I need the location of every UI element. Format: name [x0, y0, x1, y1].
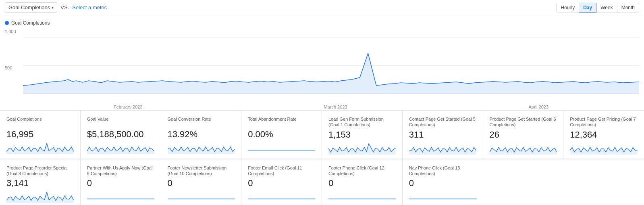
- metric-card[interactable]: Lead Gen Form Submission (Goal 1 Complet…: [322, 111, 403, 159]
- metric-card[interactable]: Goal Conversion Rate13.92%: [161, 111, 242, 159]
- sparkline-container: [168, 191, 235, 203]
- x-label-mar: March 2023: [324, 105, 347, 109]
- sparkline-svg: [6, 191, 74, 203]
- time-button-group: Hourly Day Week Month: [556, 3, 639, 13]
- metric-value: 0.00%: [248, 129, 315, 140]
- metric-name: Product Page Get Started (Goal 6 Complet…: [490, 116, 557, 128]
- metric-value: 0: [87, 178, 154, 188]
- sparkline-svg: [328, 191, 396, 203]
- legend-dot: [5, 21, 9, 25]
- metric-value: 26: [490, 130, 557, 140]
- y-label-500: 500: [5, 65, 16, 70]
- sparkline-svg: [328, 142, 396, 155]
- metric-name: Footer Newsletter Submission (Goal 10 Co…: [168, 165, 235, 177]
- metric-selector-label: Goal Completions: [8, 4, 50, 10]
- time-btn-month[interactable]: Month: [617, 3, 639, 13]
- sparkline-svg: [248, 191, 315, 203]
- metric-selector[interactable]: Goal Completions ▾: [5, 2, 57, 13]
- metric-value: 1,153: [328, 130, 396, 140]
- legend-label: Goal Completions: [11, 20, 50, 26]
- metric-name: Nav Phone Click (Goal 13 Completions): [409, 165, 477, 177]
- metric-card[interactable]: Goal Value$5,188,500.00: [81, 111, 161, 159]
- sparkline-svg: [6, 142, 74, 154]
- metric-value: 16,995: [6, 129, 74, 140]
- sparkline-container: [328, 191, 396, 203]
- metric-value: 0: [248, 178, 315, 188]
- metric-name: Footer Phone Click (Goal 12 Completions): [328, 165, 396, 177]
- metric-name: Footer Email Click (Goal 11 Completions): [248, 165, 315, 177]
- sparkline-svg: [87, 191, 154, 203]
- sparkline-container: [490, 142, 557, 155]
- sparkline-container: [409, 191, 477, 203]
- metric-name: Goal Completions: [6, 116, 74, 128]
- metric-value: 0: [409, 178, 477, 188]
- sparkline-svg: [490, 142, 557, 155]
- sparkline-svg: [409, 142, 476, 155]
- metric-value: 0: [328, 178, 396, 188]
- select-metric-link[interactable]: Select a metric: [72, 4, 107, 10]
- toolbar: Goal Completions ▾ VS. Select a metric H…: [0, 0, 644, 15]
- metric-value: 13.92%: [168, 129, 235, 140]
- sparkline-svg: [87, 142, 154, 154]
- sparkline-container: [6, 191, 74, 203]
- metric-name: Contact Page Get Started (Goal 5 Complet…: [409, 116, 476, 128]
- sparkline-container: [248, 142, 315, 154]
- metric-name: Partner With Us Apply Now (Goal 9 Comple…: [87, 165, 154, 177]
- x-label-feb: February 2023: [114, 105, 143, 109]
- chart-section: Goal Completions 1,000 500 February 2023…: [0, 15, 644, 110]
- metrics-row1: Goal Completions16,995Goal Value$5,188,5…: [0, 110, 644, 159]
- sparkline-svg: [248, 142, 315, 154]
- metric-card[interactable]: Partner With Us Apply Now (Goal 9 Comple…: [81, 159, 161, 205]
- metric-name: Product Page Preorder Special (Goal 8 Co…: [6, 165, 74, 177]
- metric-card[interactable]: Contact Page Get Started (Goal 5 Complet…: [403, 111, 483, 159]
- x-axis: February 2023 March 2023 April 2023: [23, 103, 639, 113]
- toolbar-left: Goal Completions ▾ VS. Select a metric: [5, 2, 107, 13]
- metric-card[interactable]: Footer Newsletter Submission (Goal 10 Co…: [161, 159, 242, 205]
- metric-name: Lead Gen Form Submission (Goal 1 Complet…: [328, 116, 396, 128]
- metric-card[interactable]: Total Abandonment Rate0.00%: [241, 111, 322, 159]
- chart-inner: February 2023 March 2023 April 2023: [23, 29, 639, 110]
- metric-card[interactable]: Footer Phone Click (Goal 12 Completions)…: [322, 159, 403, 205]
- y-axis: 1,000 500: [5, 29, 16, 110]
- sparkline-container: [248, 191, 315, 203]
- y-label-1000: 1,000: [5, 29, 16, 34]
- chart-svg: [23, 29, 639, 102]
- metric-value: 0: [168, 178, 235, 188]
- chart-legend: Goal Completions: [5, 20, 639, 26]
- time-btn-week[interactable]: Week: [596, 3, 617, 13]
- sparkline-svg: [168, 191, 235, 203]
- sparkline-svg: [168, 142, 235, 154]
- metric-value: 12,364: [570, 130, 638, 140]
- sparkline-container: [328, 142, 396, 155]
- metric-card[interactable]: Product Page Get Pricing (Goal 7 Complet…: [563, 111, 644, 159]
- sparkline-container: [168, 142, 235, 154]
- metric-card[interactable]: Goal Completions16,995: [0, 111, 81, 159]
- metric-value: $5,188,500.00: [87, 129, 154, 140]
- vs-label: VS.: [60, 4, 69, 10]
- sparkline-container: [6, 142, 74, 154]
- time-btn-hourly[interactable]: Hourly: [556, 3, 579, 13]
- metric-value: 311: [409, 130, 476, 140]
- sparkline-container: [87, 142, 154, 154]
- metric-name: Goal Value: [87, 116, 154, 128]
- chart-container: 1,000 500 February 2023 March 2023 April…: [5, 29, 639, 110]
- metric-value: 3,141: [6, 178, 74, 188]
- sparkline-container: [409, 142, 476, 155]
- metric-card[interactable]: Product Page Preorder Special (Goal 8 Co…: [0, 159, 81, 205]
- sparkline-container: [87, 191, 154, 203]
- metrics-row2: Product Page Preorder Special (Goal 8 Co…: [0, 159, 644, 205]
- sparkline-container: [570, 142, 638, 155]
- metric-card[interactable]: Nav Phone Click (Goal 13 Completions)0: [403, 159, 483, 205]
- x-label-apr: April 2023: [528, 105, 548, 109]
- metric-card[interactable]: Product Page Get Started (Goal 6 Complet…: [483, 111, 564, 159]
- metric-name: Product Page Get Pricing (Goal 7 Complet…: [570, 116, 638, 128]
- sparkline-svg: [570, 142, 638, 155]
- metric-name: Goal Conversion Rate: [168, 116, 235, 128]
- chevron-down-icon: ▾: [52, 5, 54, 10]
- time-btn-day[interactable]: Day: [579, 3, 596, 13]
- metric-name: Total Abandonment Rate: [248, 116, 315, 128]
- metric-card[interactable]: Footer Email Click (Goal 11 Completions)…: [241, 159, 322, 205]
- sparkline-svg: [409, 191, 477, 203]
